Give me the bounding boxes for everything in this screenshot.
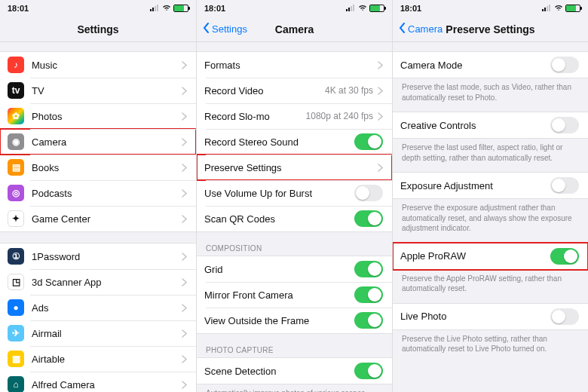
row-label: Live Photo [400,311,550,322]
status-time: 18:01 [8,4,29,13]
app-icon: ◉ [8,133,24,150]
app-icon: tv [8,82,24,99]
row-label: Photos [32,111,182,122]
app-icon: ⌂ [8,376,24,392]
toggle-camera-mode[interactable] [550,57,579,73]
preserve-settings-list[interactable]: Camera ModePreserve the last mode, such … [393,42,588,392]
app-icon: ① [8,248,24,265]
page-title: Preserve Settings [446,23,534,35]
app-icon: ✿ [8,108,24,124]
settings-list[interactable]: ♪MusictvTV✿Photos◉Camera▤Books◎Podcasts✦… [0,42,196,392]
svg-rect-0 [150,9,152,11]
settings-row-record-slo-mo[interactable]: Record Slo-mo1080p at 240 fps [197,103,392,129]
row-label: Grid [204,264,354,275]
row-label: Preserve Settings [204,162,378,173]
settings-row-camera[interactable]: ◉Camera [0,129,196,155]
row-label: Game Center [32,213,182,225]
row-label: Podcasts [32,188,182,199]
row-note: Preserve the last used filter, aspect ra… [393,139,588,164]
chevron-right-icon [182,138,187,146]
chevron-right-icon [182,355,187,363]
row-label: Music [32,60,182,71]
row-label: Record Video [204,85,325,96]
svg-rect-10 [547,6,548,11]
svg-rect-7 [353,5,354,11]
settings-row-camera-mode[interactable]: Camera Mode [393,52,588,78]
toggle-view-outside-the-frame[interactable] [354,312,383,329]
app-icon: ✦ [8,210,24,227]
row-label: 3d Scanner App [32,277,182,288]
toggle-scene-detection[interactable] [354,363,383,379]
toggle-mirror-front-camera[interactable] [354,286,383,303]
screen-preserve-settings: 18:01 Camera Preserve Settings Camera Mo… [392,0,588,392]
toggle-exposure-adjustment[interactable] [550,177,579,194]
section-header-composition: COMPOSITION [197,232,392,256]
app-icon: ✈ [8,325,24,341]
settings-row-music[interactable]: ♪Music [0,52,196,78]
settings-row-ads[interactable]: ●Ads [0,295,196,320]
battery-icon [369,5,384,12]
toggle-scan-qr-codes[interactable] [354,210,383,227]
row-label: Scene Detection [204,366,354,377]
toggle-live-photo[interactable] [550,308,579,325]
status-time: 18:01 [400,4,421,13]
settings-row-books[interactable]: ▤Books [0,155,196,180]
settings-row-game-center[interactable]: ✦Game Center [0,206,196,231]
settings-row-tv[interactable]: tvTV [0,78,196,103]
row-label: Formats [204,60,378,71]
screen-settings: 18:01 Settings ♪MusictvTV✿Photos◉Camera▤… [0,0,196,392]
settings-row-alfred-camera[interactable]: ⌂Alfred Camera [0,372,196,392]
status-icons [346,4,384,13]
status-icons [150,4,188,13]
chevron-left-icon [399,23,406,35]
settings-row-exposure-adjustment[interactable]: Exposure Adjustment [393,173,588,198]
settings-row-formats[interactable]: Formats [197,52,392,78]
svg-rect-5 [348,8,350,11]
status-bar: 18:01 [197,0,392,17]
row-note: Preserve the Apple ProRAW setting, rathe… [393,270,588,296]
back-button[interactable]: Camera [399,23,443,35]
toggle-apple-proraw[interactable] [550,248,579,265]
settings-row-live-photo[interactable]: Live Photo [393,304,588,329]
app-icon: ▦ [8,351,24,367]
wifi-icon [554,4,563,13]
settings-row-grid[interactable]: Grid [197,256,392,282]
settings-row-1password[interactable]: ①1Password [0,243,196,269]
settings-row-use-volume-up-for-burst[interactable]: Use Volume Up for Burst [197,180,392,206]
settings-row-preserve-settings[interactable]: Preserve Settings [197,155,392,180]
cellular-icon [150,4,160,13]
row-label: Alfred Camera [32,379,182,390]
status-bar: 18:01 [393,0,588,17]
settings-row-3d-scanner-app[interactable]: ◳3d Scanner App [0,269,196,295]
settings-row-scene-detection[interactable]: Scene Detection [197,358,392,384]
settings-row-view-outside-the-frame[interactable]: View Outside the Frame [197,308,392,333]
chevron-right-icon [182,278,187,286]
toggle-record-stereo-sound[interactable] [354,133,383,150]
settings-row-podcasts[interactable]: ◎Podcasts [0,180,196,206]
settings-row-photos[interactable]: ✿Photos [0,103,196,129]
chevron-right-icon [182,329,187,338]
toggle-grid[interactable] [354,261,383,277]
row-note: Preserve the exposure adjustment rather … [393,199,588,235]
svg-rect-3 [157,5,158,11]
settings-row-record-stereo-sound[interactable]: Record Stereo Sound [197,129,392,155]
camera-settings-list[interactable]: FormatsRecord Video4K at 30 fpsRecord Sl… [197,42,392,392]
toggle-creative-controls[interactable] [550,117,579,133]
settings-row-airmail[interactable]: ✈Airmail [0,320,196,346]
nav-bar: Camera Preserve Settings [393,17,588,42]
settings-row-record-video[interactable]: Record Video4K at 30 fps [197,78,392,103]
back-button[interactable]: Settings [203,23,247,35]
svg-rect-8 [542,9,544,11]
settings-row-creative-controls[interactable]: Creative Controls [393,112,588,138]
app-icon: ◳ [8,274,24,290]
row-note: Preserve the Live Photo setting, rather … [393,330,588,356]
settings-row-apple-proraw[interactable]: Apple ProRAW [393,243,588,269]
settings-row-mirror-front-camera[interactable]: Mirror Front Camera [197,282,392,308]
page-title: Camera [275,23,314,35]
row-label: Use Volume Up for Burst [204,188,354,199]
chevron-right-icon [378,61,383,69]
settings-row-scan-qr-codes[interactable]: Scan QR Codes [197,206,392,231]
chevron-right-icon [182,189,187,198]
toggle-use-volume-up-for-burst[interactable] [354,185,383,201]
settings-row-airtable[interactable]: ▦Airtable [0,346,196,372]
